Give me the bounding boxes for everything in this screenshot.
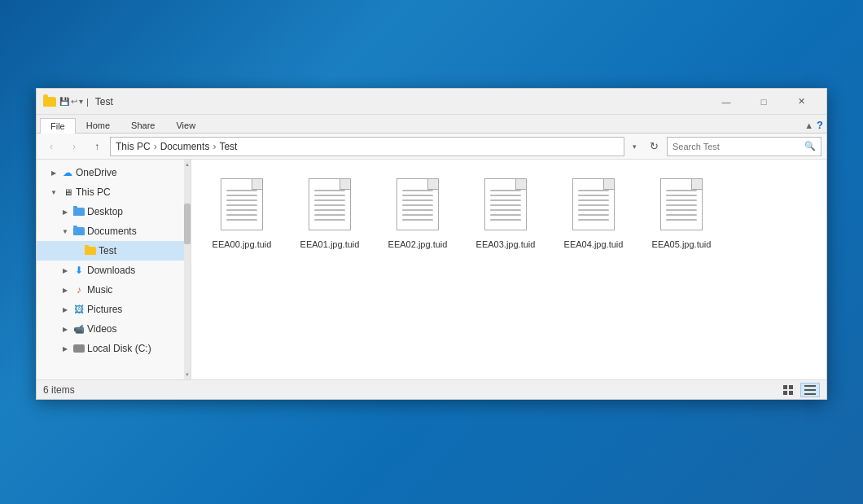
quick-save-icon[interactable]: 💾 [59, 97, 69, 106]
thispc-icon: 🖥 [61, 186, 74, 199]
file-item[interactable]: EEA01.jpg.tuid [289, 169, 370, 256]
list-view-icon [804, 385, 816, 395]
expand-arrow-pictures: ▶ [59, 304, 71, 315]
quick-undo-icon[interactable]: ↩ [71, 97, 77, 106]
breadcrumb-thispc[interactable]: This PC [116, 141, 151, 152]
sidebar-scrollbar-thumb[interactable] [184, 204, 191, 244]
expand-arrow-documents: ▼ [59, 226, 71, 237]
search-box[interactable]: 🔍 [667, 137, 821, 156]
view-grid-button[interactable] [779, 383, 799, 397]
expand-arrow-videos: ▶ [59, 323, 71, 335]
view-buttons [779, 383, 820, 397]
sidebar-scroll-up[interactable]: ▲ [184, 160, 191, 169]
file-item[interactable]: EEA05.jpg.tuid [641, 169, 722, 256]
sidebar-scrollbar[interactable]: ▲ ▼ [184, 160, 191, 379]
file-label: EEA03.jpg.tuid [476, 239, 536, 250]
help-button[interactable]: ? [817, 119, 823, 131]
svg-rect-0 [783, 385, 787, 389]
tab-view[interactable]: View [165, 117, 206, 133]
quick-dropdown-icon[interactable]: ▾ [79, 97, 83, 106]
videos-icon: 📹 [72, 322, 85, 335]
file-item[interactable]: EEA02.jpg.tuid [377, 169, 458, 256]
grid-view-icon [783, 385, 795, 395]
tab-file[interactable]: File [40, 118, 76, 134]
sidebar-label-test: Test [99, 245, 116, 256]
file-label: EEA05.jpg.tuid [652, 239, 712, 250]
sidebar-item-localdisk[interactable]: ▶ Local Disk (C:) [37, 339, 191, 358]
sidebar-item-test[interactable]: Test [37, 241, 191, 261]
expand-arrow-music: ▶ [59, 284, 71, 296]
doc-icon [660, 178, 703, 230]
file-area: EEA00.jpg.tuid EEA01.jpg.tuid EEA02.jpg.… [191, 160, 826, 379]
sidebar-label-thispc: This PC [76, 186, 111, 198]
file-label: EEA00.jpg.tuid [212, 239, 272, 250]
expand-arrow-downloads: ▶ [59, 265, 71, 276]
breadcrumb-documents[interactable]: Documents [160, 141, 210, 152]
view-list-button[interactable] [800, 383, 820, 397]
documents-icon [72, 225, 85, 238]
back-button[interactable]: ‹ [42, 137, 61, 156]
expand-arrow-test [71, 245, 82, 256]
onedrive-icon: ☁ [61, 166, 74, 179]
sidebar-label-videos: Videos [87, 323, 116, 335]
maximize-button[interactable]: □ [745, 89, 782, 115]
tab-home[interactable]: Home [76, 117, 120, 133]
doc-icon [309, 178, 351, 230]
downloads-icon: ⬇ [72, 264, 85, 277]
sidebar-item-downloads[interactable]: ▶ ⬇ Downloads [37, 261, 191, 280]
refresh-button[interactable]: ↻ [644, 137, 664, 156]
tab-share[interactable]: Share [120, 117, 165, 133]
breadcrumb[interactable]: This PC › Documents › Test [110, 137, 624, 156]
svg-rect-2 [783, 391, 787, 395]
expand-arrow-onedrive: ▶ [48, 167, 59, 178]
sidebar-item-pictures[interactable]: ▶ 🖼 Pictures [37, 300, 191, 319]
pictures-icon: 🖼 [72, 303, 85, 316]
file-item[interactable]: EEA04.jpg.tuid [553, 169, 634, 256]
item-count: 6 items [43, 384, 75, 396]
doc-icon [221, 178, 263, 230]
breadcrumb-sep-1: › [154, 141, 157, 152]
file-item[interactable]: EEA03.jpg.tuid [465, 169, 546, 256]
sidebar-item-desktop[interactable]: ▶ Desktop [37, 202, 191, 221]
ribbon: File Home Share View ▲ ? [37, 115, 826, 134]
svg-rect-3 [789, 391, 793, 395]
file-item[interactable]: EEA00.jpg.tuid [201, 169, 283, 256]
breadcrumb-test[interactable]: Test [219, 141, 237, 152]
sidebar-item-thispc[interactable]: ▼ 🖥 This PC [37, 182, 191, 202]
file-icon-3 [481, 175, 530, 234]
close-button[interactable]: ✕ [782, 89, 820, 115]
sidebar-label-desktop: Desktop [87, 206, 123, 217]
file-label: EEA02.jpg.tuid [388, 239, 448, 250]
file-icon-5 [657, 175, 706, 234]
minimize-button[interactable]: — [707, 89, 745, 115]
expand-arrow-thispc: ▼ [48, 186, 59, 198]
window-icon [43, 95, 56, 108]
sidebar-item-videos[interactable]: ▶ 📹 Videos [37, 319, 191, 339]
doc-icon [572, 178, 615, 230]
up-button[interactable]: ↑ [87, 137, 107, 156]
address-dropdown-button[interactable]: ▾ [628, 137, 641, 156]
doc-icon [484, 178, 527, 230]
status-bar: 6 items [37, 379, 826, 399]
sidebar-item-documents[interactable]: ▼ Documents [37, 221, 191, 241]
search-input[interactable] [672, 142, 801, 151]
svg-rect-6 [804, 393, 816, 395]
sidebar-label-localdisk: Local Disk (C:) [87, 343, 151, 354]
file-label: EEA01.jpg.tuid [300, 239, 360, 250]
sidebar-label-downloads: Downloads [87, 265, 135, 276]
localdisk-icon [72, 342, 85, 355]
forward-button[interactable]: › [64, 137, 84, 156]
file-icon-2 [393, 175, 442, 234]
ribbon-collapse-button[interactable]: ▲ [804, 121, 813, 130]
desktop-icon [72, 205, 85, 218]
sidebar-label-documents: Documents [87, 226, 137, 237]
sidebar-label-pictures: Pictures [87, 304, 122, 315]
svg-rect-1 [789, 385, 793, 389]
expand-arrow-desktop: ▶ [59, 206, 71, 217]
breadcrumb-part: This PC › Documents › Test [116, 141, 237, 152]
sidebar-scroll-down[interactable]: ▼ [184, 370, 191, 379]
ribbon-tabs: File Home Share View ▲ ? [37, 115, 826, 133]
sidebar-item-music[interactable]: ▶ ♪ Music [37, 280, 191, 300]
sidebar-item-onedrive[interactable]: ▶ ☁ OneDrive [37, 163, 191, 182]
svg-rect-4 [804, 385, 816, 387]
